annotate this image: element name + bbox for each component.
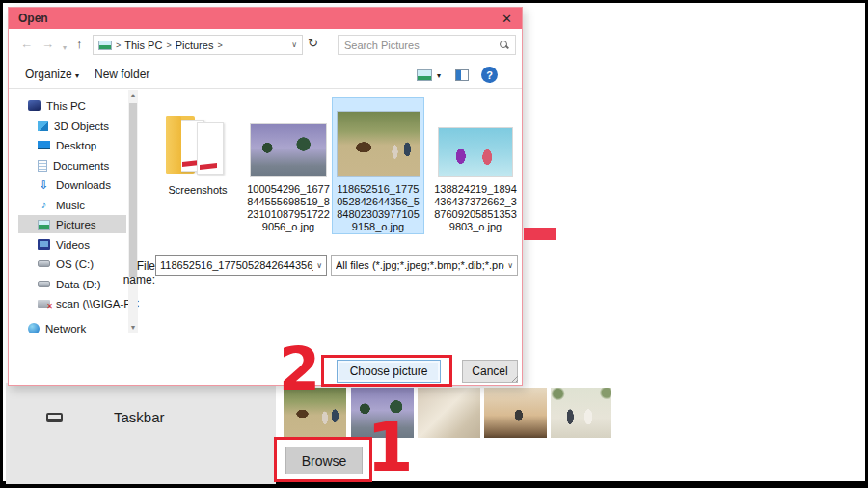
address-dropdown-icon[interactable]: ∨ [291, 41, 297, 49]
breadcrumb-this-pc[interactable]: This PC [124, 40, 162, 51]
sidebar-item-label: Music [56, 200, 85, 211]
scanner-error-icon [38, 300, 50, 308]
help-icon[interactable]: ? [481, 67, 498, 83]
dialog-body: This PC 3D Objects Desktop Documents ⇩ D… [9, 90, 522, 333]
search-icon [500, 41, 509, 50]
music-note-icon: ♪ [38, 200, 50, 211]
file-label: 118652516_1775 052842644356_5 8480230397… [333, 183, 423, 233]
scroll-down-icon[interactable]: ▼ [128, 324, 138, 331]
annotation-step-1: 1 [366, 414, 414, 481]
breadcrumb-separator: > [166, 41, 171, 50]
breadcrumb[interactable]: > This PC > Pictures > ∨ [93, 35, 303, 55]
navigation-bar: ← → ▾ ↑ > This PC > Pictures > ∨ ↻ [9, 29, 522, 61]
sidebar-item-documents[interactable]: Documents [18, 156, 126, 175]
breadcrumb-pictures[interactable]: Pictures [176, 40, 214, 51]
sidebar-item-label: scan (\\GIGA-PC [56, 298, 139, 310]
view-caret-icon[interactable]: ▾ [437, 71, 441, 80]
preview-pane-icon[interactable] [455, 69, 469, 81]
settings-nav-taskbar[interactable]: Taskbar [46, 409, 165, 425]
new-folder-button[interactable]: New folder [95, 68, 149, 81]
sidebar-item-videos[interactable]: Videos [18, 235, 126, 254]
refresh-icon[interactable]: ↻ [308, 36, 318, 50]
computer-icon [28, 100, 41, 111]
taskbar-icon [46, 413, 63, 422]
download-arrow-icon: ⇩ [38, 179, 50, 191]
sidebar-item-downloads[interactable]: ⇩ Downloads [18, 176, 126, 194]
sidebar-item-network[interactable]: Network [18, 319, 126, 333]
toolbar: Organize ▾ New folder ▾ ? [9, 61, 522, 89]
organize-label: Organize [25, 68, 72, 81]
breadcrumb-separator: > [217, 41, 222, 50]
file-item-screenshots-folder[interactable]: Screenshots [149, 98, 246, 235]
sidebar-item-scan[interactable]: scan (\\GIGA-PC [18, 294, 126, 312]
pictures-location-icon [98, 41, 112, 50]
sidebar-item-music[interactable]: ♪ Music [18, 196, 126, 214]
background-picture-thumbnail[interactable] [551, 388, 611, 438]
sidebar-item-this-pc[interactable]: This PC [18, 96, 126, 115]
file-label: Screenshots [149, 184, 246, 197]
sidebar-scrollbar[interactable]: ▲ ▼ [128, 90, 138, 333]
sidebar-item-3d-objects[interactable]: 3D Objects [18, 117, 126, 135]
sidebar-item-pictures[interactable]: Pictures [18, 215, 126, 233]
sidebar-item-label: This PC [46, 100, 86, 112]
video-icon [38, 239, 50, 250]
sidebar-item-label: Desktop [56, 140, 96, 151]
sidebar-item-label: Videos [56, 239, 90, 251]
open-dialog: Open ✕ ← → ▾ ↑ > This PC > Pictures > ∨ … [8, 7, 523, 386]
monitor-icon [38, 141, 50, 149]
sidebar-item-label: OS (C:) [56, 258, 94, 270]
globe-icon [28, 323, 40, 334]
photo-thumbnail-pool [439, 128, 512, 176]
up-icon[interactable]: ↑ [76, 36, 83, 53]
desktop-background: Taskbar Browse Open ✕ ← → ▾ ↑ > This PC [3, 3, 865, 481]
sidebar-item-label: Data (D:) [56, 279, 101, 290]
organize-caret-icon: ▾ [75, 71, 79, 80]
document-icon [38, 160, 47, 172]
red-accent-bar [524, 228, 556, 240]
file-type-value: All files (*.jpg;*.jpeg;*.bmp;*.dib;*.pn… [336, 259, 504, 271]
sidebar-item-label: Downloads [56, 179, 111, 191]
drive-icon [38, 260, 50, 267]
organize-menu[interactable]: Organize ▾ [25, 68, 79, 81]
search-box[interactable] [338, 35, 516, 55]
photo-thumbnail-horses [338, 112, 420, 176]
file-label: 100054296_1677 844555698519_8 2310108795… [240, 183, 337, 233]
file-name-combobox[interactable]: ∨ [155, 255, 327, 276]
scrollbar-thumb[interactable] [129, 103, 137, 277]
folder-icon [164, 112, 233, 177]
dialog-title: Open [18, 12, 48, 25]
file-name-input[interactable] [160, 259, 313, 271]
file-item-photo-1[interactable]: 100054296_1677 844555698519_8 2310108795… [240, 98, 337, 235]
taskbar-label: Taskbar [114, 409, 165, 425]
annotation-box-choose-picture [321, 355, 452, 387]
chevron-down-icon[interactable]: ∨ [316, 261, 322, 270]
recent-locations-caret-icon[interactable]: ▾ [63, 40, 67, 57]
annotation-step-2: 2 [279, 339, 320, 399]
thumbnail-view-icon[interactable] [417, 69, 432, 81]
back-icon[interactable]: ← [20, 36, 33, 53]
cancel-button[interactable]: Cancel [462, 360, 518, 383]
background-picture-thumbnail[interactable] [484, 388, 547, 438]
dialog-titlebar[interactable]: Open ✕ [9, 8, 522, 29]
picture-icon [38, 220, 50, 230]
sidebar-item-desktop[interactable]: Desktop [18, 136, 126, 154]
drive-icon [38, 281, 50, 287]
close-icon[interactable]: ✕ [502, 13, 512, 25]
sidebar-item-label: Documents [53, 160, 109, 172]
settings-sidebar-panel [6, 383, 276, 484]
annotation-box-browse [274, 437, 372, 482]
file-item-photo-2-selected[interactable]: 118652516_1775 052842644356_5 8480230397… [332, 97, 424, 234]
chevron-down-icon[interactable]: ∨ [507, 261, 513, 270]
photo-thumbnail-trees [251, 124, 326, 176]
sidebar-item-label: 3D Objects [54, 121, 109, 132]
sidebar-item-label: Network [45, 323, 86, 334]
search-input[interactable] [344, 40, 500, 51]
background-picture-thumbnail[interactable] [418, 388, 480, 438]
file-type-dropdown[interactable]: All files (*.jpg;*.jpeg;*.bmp;*.dib;*.pn… [331, 255, 518, 276]
file-item-photo-3[interactable]: 138824219_1894 436437372662_3 8760920585… [427, 98, 522, 235]
file-label: 138824219_1894 436437372662_3 8760920585… [427, 183, 522, 233]
breadcrumb-separator: > [116, 41, 121, 50]
scroll-up-icon[interactable]: ▲ [128, 92, 138, 98]
forward-icon[interactable]: → [41, 36, 54, 53]
file-name-label: File name: [101, 259, 155, 286]
